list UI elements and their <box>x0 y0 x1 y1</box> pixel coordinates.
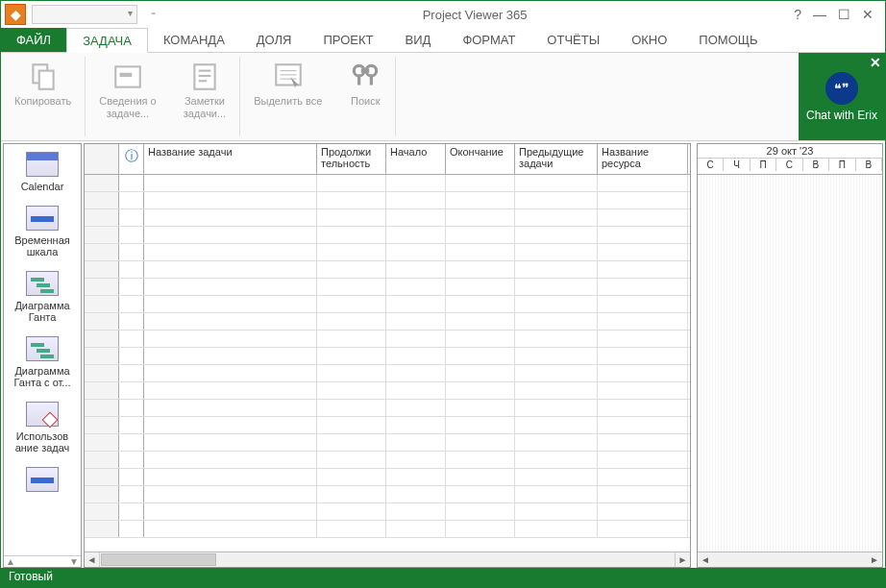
tab-view[interactable]: ВИД <box>390 28 448 52</box>
col-start[interactable]: Начало <box>386 144 446 174</box>
scroll-thumb[interactable] <box>101 553 216 566</box>
scroll-left-icon[interactable]: ◄ <box>85 552 100 567</box>
status-bar: Готовый <box>1 568 885 587</box>
tl-scroll-track[interactable] <box>713 552 867 567</box>
table-row[interactable] <box>85 486 690 503</box>
col-duration[interactable]: Продолжи тельность <box>317 144 386 174</box>
view-tracking-gantt[interactable]: Диаграмма Ганта с от... <box>4 329 81 394</box>
svg-rect-1 <box>38 71 53 89</box>
col-info-icon[interactable]: ⓘ <box>119 144 144 174</box>
task-info-label: Сведения о задаче... <box>99 95 156 120</box>
view-gantt-label: Диаграмма Ганта <box>6 300 79 323</box>
table-row[interactable] <box>85 521 690 538</box>
tl-scroll-left-icon[interactable]: ◄ <box>698 552 713 567</box>
calendar-icon <box>26 152 59 177</box>
timeline-hscroll[interactable]: ◄ ► <box>698 551 882 567</box>
chat-with-erix[interactable]: ✕ ❝❞ Chat with Erix <box>799 53 885 140</box>
table-row[interactable] <box>85 365 690 382</box>
task-notes-icon <box>188 61 221 93</box>
close-button[interactable]: ✕ <box>862 7 874 22</box>
table-row[interactable] <box>85 209 690 227</box>
tab-task[interactable]: ЗАДАЧА <box>66 28 148 53</box>
svg-rect-3 <box>119 73 132 77</box>
scroll-right-icon[interactable]: ► <box>675 552 690 567</box>
table-row[interactable] <box>85 400 690 417</box>
table-header: ⓘ Название задачи Продолжи тельность Нач… <box>85 144 690 175</box>
minimize-button[interactable]: — <box>813 7 826 22</box>
table-row[interactable] <box>85 417 690 434</box>
col-resource-names[interactable]: Название ресурса <box>598 144 688 174</box>
tab-file[interactable]: ФАЙЛ <box>1 28 66 52</box>
table-row[interactable] <box>85 279 690 296</box>
timeline-days: СЧПСВПВ <box>698 159 882 171</box>
tab-project[interactable]: ПРОЕКТ <box>308 28 390 52</box>
view-timeline[interactable]: Временная шкала <box>4 198 81 263</box>
table-hscroll[interactable]: ◄ ► <box>85 551 690 567</box>
timeline-pane: 29 окт '23 СЧПСВПВ ◄ ► <box>697 143 883 568</box>
copy-button[interactable]: Копировать <box>1 57 86 136</box>
view-timeline-label: Временная шкала <box>6 234 79 257</box>
task-table: ⓘ Название задачи Продолжи тельность Нач… <box>84 143 691 568</box>
scroll-down-icon[interactable]: ▼ <box>69 556 79 567</box>
app-title: Project Viewer 365 <box>156 8 794 22</box>
tl-scroll-right-icon[interactable]: ► <box>867 552 882 567</box>
view-calendar[interactable]: Calendar <box>4 144 81 198</box>
viewbar-scroll[interactable]: ▲▼ <box>4 555 81 567</box>
select-all-button[interactable]: Выделить все <box>240 57 335 136</box>
chat-label: Chat with Erix <box>806 109 877 122</box>
task-notes-label: Заметки задачи... <box>184 95 227 120</box>
status-text: Готовый <box>9 570 53 583</box>
timeline-day: Ч <box>724 159 750 171</box>
scroll-track[interactable] <box>217 552 675 567</box>
timeline-day: В <box>856 159 882 171</box>
find-button[interactable]: Поиск <box>335 57 396 136</box>
table-row[interactable] <box>85 227 690 244</box>
tab-share[interactable]: ДОЛЯ <box>241 28 308 52</box>
table-row[interactable] <box>85 296 690 313</box>
col-predecessors[interactable]: Предыдущие задачи <box>515 144 598 174</box>
tab-window[interactable]: ОКНО <box>616 28 683 52</box>
main-area: Calendar Временная шкала Диаграмма Ганта… <box>1 141 885 570</box>
maximize-button[interactable]: ☐ <box>838 7 850 22</box>
select-all-label: Выделить все <box>254 95 322 108</box>
table-body[interactable] <box>85 175 690 551</box>
task-notes-button[interactable]: Заметки задачи... <box>170 57 241 136</box>
tab-help[interactable]: ПОМОЩЬ <box>683 28 774 52</box>
timeline-body[interactable] <box>698 175 882 551</box>
task-info-button[interactable]: Сведения о задаче... <box>86 57 169 136</box>
tab-format[interactable]: ФОРМАТ <box>447 28 531 52</box>
tab-reports[interactable]: ОТЧЁТЫ <box>531 28 616 52</box>
col-name[interactable]: Название задачи <box>144 144 317 174</box>
view-gantt[interactable]: Диаграмма Ганта <box>4 263 81 329</box>
ribbon-body: Копировать Сведения о задаче... Заметки … <box>1 53 885 141</box>
table-row[interactable] <box>85 313 690 331</box>
table-row[interactable] <box>85 192 690 209</box>
tab-team[interactable]: КОМАНДА <box>148 28 241 52</box>
chat-close-icon[interactable]: ✕ <box>870 55 881 70</box>
timeline-day: С <box>698 159 724 171</box>
select-all-icon <box>272 61 305 93</box>
table-row[interactable] <box>85 503 690 521</box>
find-label: Поиск <box>351 95 380 108</box>
titlebar: ◆ ⁼ Project Viewer 365 ? — ☐ ✕ <box>1 1 885 28</box>
table-row[interactable] <box>85 261 690 279</box>
scroll-up-icon[interactable]: ▲ <box>6 556 15 567</box>
col-finish[interactable]: Окончание <box>446 144 515 174</box>
more-view-icon <box>26 467 59 492</box>
table-row[interactable] <box>85 452 690 469</box>
table-row[interactable] <box>85 434 690 452</box>
table-row[interactable] <box>85 382 690 400</box>
table-row[interactable] <box>85 331 690 348</box>
table-row[interactable] <box>85 348 690 365</box>
view-more[interactable] <box>4 459 81 496</box>
timeline-date: 29 окт '23 <box>698 144 882 159</box>
table-row[interactable] <box>85 469 690 486</box>
table-row[interactable] <box>85 175 690 192</box>
table-row[interactable] <box>85 244 690 261</box>
view-task-usage[interactable]: Использов ание задач <box>4 394 81 459</box>
timeline-day: В <box>803 159 829 171</box>
help-icon[interactable]: ? <box>794 7 801 22</box>
qat-dropdown[interactable] <box>32 5 137 24</box>
timeline-header: 29 окт '23 СЧПСВПВ <box>698 144 882 175</box>
col-rownum[interactable] <box>85 144 119 174</box>
